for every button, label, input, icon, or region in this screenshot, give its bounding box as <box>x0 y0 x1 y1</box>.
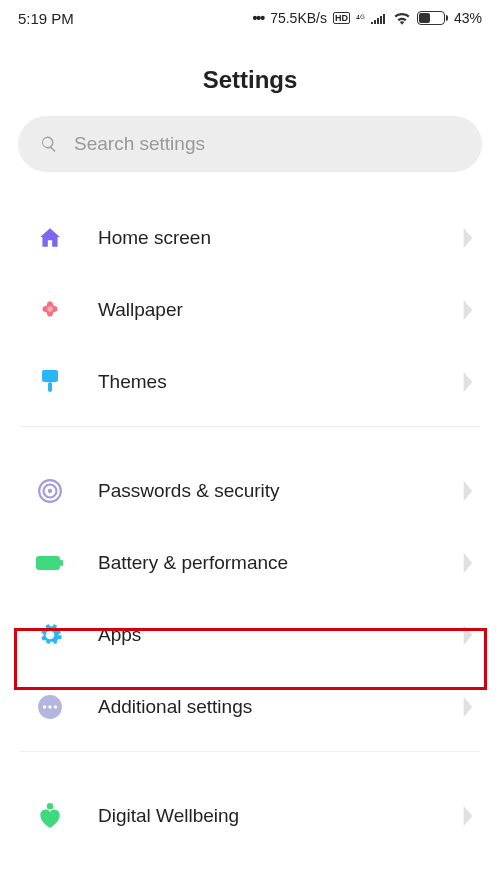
row-themes[interactable]: Themes <box>0 346 500 418</box>
settings-list: Home screen Wallpaper Themes Passwords &… <box>0 202 500 852</box>
svg-rect-6 <box>36 556 60 570</box>
chevron-right-icon <box>462 481 474 501</box>
menu-dots-icon: ••• <box>252 10 264 26</box>
chevron-right-icon <box>462 300 474 320</box>
row-label: Home screen <box>98 227 462 249</box>
search-icon <box>40 135 58 153</box>
row-digital-wellbeing[interactable]: Digital Wellbeing <box>0 780 500 852</box>
status-right: ••• 75.5KB/s HD ⁴ᴳ 43% <box>252 10 482 26</box>
flower-icon <box>36 296 64 324</box>
chevron-right-icon <box>462 228 474 248</box>
svg-point-10 <box>43 705 46 708</box>
svg-point-8 <box>47 632 54 639</box>
row-label: Themes <box>98 371 462 393</box>
row-label: Digital Wellbeing <box>98 805 462 827</box>
row-wallpaper[interactable]: Wallpaper <box>0 274 500 346</box>
row-label: Additional settings <box>98 696 462 718</box>
search-input[interactable] <box>74 133 460 155</box>
svg-point-13 <box>47 803 53 809</box>
row-label: Battery & performance <box>98 552 462 574</box>
chevron-right-icon <box>462 697 474 717</box>
svg-rect-2 <box>48 382 52 392</box>
svg-point-12 <box>54 705 57 708</box>
chevron-right-icon <box>462 625 474 645</box>
signal-icon: ⁴ᴳ <box>356 13 365 24</box>
brush-icon <box>36 368 64 396</box>
svg-rect-7 <box>60 560 63 566</box>
wifi-icon <box>393 11 411 25</box>
svg-point-11 <box>48 705 51 708</box>
page-title: Settings <box>0 66 500 94</box>
status-bar: 5:19 PM ••• 75.5KB/s HD ⁴ᴳ 43% <box>0 0 500 36</box>
chevron-right-icon <box>462 806 474 826</box>
status-time: 5:19 PM <box>18 10 74 27</box>
svg-point-0 <box>47 306 52 311</box>
cell-signal-icon <box>371 12 387 24</box>
row-passwords-security[interactable]: Passwords & security <box>0 455 500 527</box>
battery-icon <box>417 11 448 25</box>
divider <box>20 751 480 752</box>
dots-icon <box>36 693 64 721</box>
row-additional-settings[interactable]: Additional settings <box>0 671 500 743</box>
fingerprint-icon <box>36 477 64 505</box>
svg-point-5 <box>48 489 52 493</box>
row-home-screen[interactable]: Home screen <box>0 202 500 274</box>
heart-icon <box>36 802 64 830</box>
chevron-right-icon <box>462 553 474 573</box>
search-bar[interactable] <box>18 116 482 172</box>
net-speed: 75.5KB/s <box>270 10 327 26</box>
volte-icon: HD <box>333 12 350 24</box>
row-label: Wallpaper <box>98 299 462 321</box>
home-icon <box>36 224 64 252</box>
row-label: Apps <box>98 624 462 646</box>
row-battery-performance[interactable]: Battery & performance <box>0 527 500 599</box>
battery-pct: 43% <box>454 10 482 26</box>
chevron-right-icon <box>462 372 474 392</box>
row-apps[interactable]: Apps <box>0 599 500 671</box>
row-label: Passwords & security <box>98 480 462 502</box>
divider <box>20 426 480 427</box>
battery-icon <box>36 549 64 577</box>
svg-rect-1 <box>42 370 58 382</box>
gear-icon <box>36 621 64 649</box>
